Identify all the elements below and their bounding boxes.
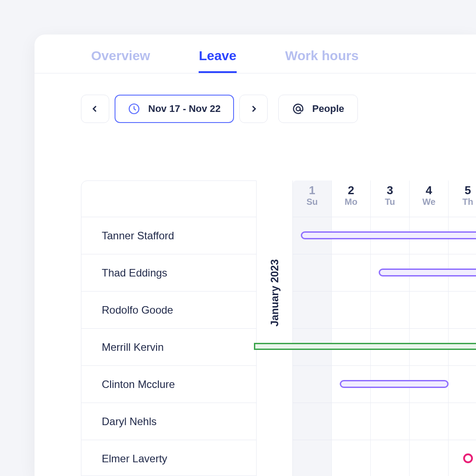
person-row[interactable]: Clinton Mcclure bbox=[81, 366, 256, 403]
grid-cell[interactable] bbox=[293, 365, 332, 403]
day-header: 4 We bbox=[410, 180, 449, 217]
calendar-grid: Tanner Stafford Thad Eddings Rodolfo Goo… bbox=[81, 180, 476, 476]
person-row[interactable]: Tanner Stafford bbox=[81, 217, 256, 254]
clock-icon bbox=[128, 103, 140, 115]
grid-row bbox=[293, 403, 476, 440]
person-row[interactable]: Rodolfo Goode bbox=[81, 292, 256, 329]
grid-cell[interactable] bbox=[449, 291, 476, 328]
day-header: 1 Su bbox=[293, 180, 332, 217]
person-row[interactable]: Elmer Laverty bbox=[81, 440, 256, 476]
grid-cell[interactable] bbox=[332, 291, 371, 328]
month-label: January 2023 bbox=[269, 259, 281, 326]
grid-cell[interactable] bbox=[371, 440, 410, 476]
day-header: 5 Th bbox=[449, 180, 476, 217]
tab-overview[interactable]: Overview bbox=[91, 48, 150, 73]
grid-row bbox=[293, 291, 476, 328]
person-row[interactable]: Thad Eddings bbox=[81, 254, 256, 292]
chevron-left-icon bbox=[91, 104, 100, 113]
grid-cell[interactable] bbox=[410, 403, 449, 440]
tab-leave[interactable]: Leave bbox=[199, 48, 236, 73]
month-column: January 2023 bbox=[257, 180, 293, 476]
day-abbr: We bbox=[410, 197, 448, 207]
prev-button[interactable] bbox=[81, 95, 109, 123]
chevron-right-icon bbox=[249, 104, 258, 113]
day-abbr: Th bbox=[449, 197, 476, 207]
day-header: 2 Mo bbox=[332, 180, 371, 217]
grid-row bbox=[293, 440, 476, 476]
day-number: 5 bbox=[449, 180, 476, 197]
day-header: 3 Tu bbox=[371, 180, 410, 217]
grid-cell[interactable] bbox=[410, 440, 449, 476]
people-filter-button[interactable]: People bbox=[278, 95, 358, 123]
leave-bar[interactable] bbox=[379, 269, 476, 276]
people-column: Tanner Stafford Thad Eddings Rodolfo Goo… bbox=[81, 180, 257, 476]
grid-cell[interactable] bbox=[332, 254, 371, 291]
leave-bar[interactable] bbox=[301, 231, 476, 239]
grid-cell[interactable] bbox=[371, 403, 410, 440]
days-area: 1 Su 2 Mo 3 Tu 4 We 5 Th bbox=[293, 180, 476, 476]
people-column-header bbox=[81, 181, 256, 217]
app-card: Overview Leave Work hours Nov 17 - Nov 2… bbox=[35, 35, 476, 476]
tabs: Overview Leave Work hours bbox=[35, 35, 476, 73]
people-filter-label: People bbox=[312, 103, 344, 115]
grid-cell[interactable] bbox=[293, 291, 332, 328]
day-number: 4 bbox=[410, 180, 448, 197]
date-range-label: Nov 17 - Nov 22 bbox=[148, 103, 221, 115]
grid-cell[interactable] bbox=[293, 440, 332, 476]
day-abbr: Su bbox=[293, 197, 331, 207]
days-header: 1 Su 2 Mo 3 Tu 4 We 5 Th bbox=[293, 180, 476, 217]
grid-cell[interactable] bbox=[293, 254, 332, 291]
grid-cell[interactable] bbox=[332, 403, 371, 440]
at-icon bbox=[292, 103, 304, 115]
leave-bar[interactable] bbox=[254, 343, 476, 350]
toolbar: Nov 17 - Nov 22 People bbox=[35, 73, 476, 123]
leave-dot[interactable] bbox=[463, 453, 473, 463]
grid-body bbox=[293, 217, 476, 476]
grid-cell[interactable] bbox=[332, 440, 371, 476]
grid-cell[interactable] bbox=[293, 403, 332, 440]
date-range-button[interactable]: Nov 17 - Nov 22 bbox=[115, 95, 234, 123]
day-number: 1 bbox=[293, 180, 331, 197]
person-row[interactable]: Merrill Kervin bbox=[81, 329, 256, 366]
day-number: 2 bbox=[332, 180, 370, 197]
day-abbr: Mo bbox=[332, 197, 370, 207]
grid-cell[interactable] bbox=[449, 403, 476, 440]
day-abbr: Tu bbox=[371, 197, 409, 207]
tab-work-hours[interactable]: Work hours bbox=[285, 48, 359, 73]
next-button[interactable] bbox=[239, 95, 268, 123]
grid-cell[interactable] bbox=[410, 291, 449, 328]
grid-cell[interactable] bbox=[449, 365, 476, 403]
person-row[interactable]: Daryl Nehls bbox=[81, 403, 256, 440]
leave-bar[interactable] bbox=[340, 380, 449, 388]
svg-point-1 bbox=[296, 107, 300, 111]
grid-cell[interactable] bbox=[371, 291, 410, 328]
day-number: 3 bbox=[371, 180, 409, 197]
